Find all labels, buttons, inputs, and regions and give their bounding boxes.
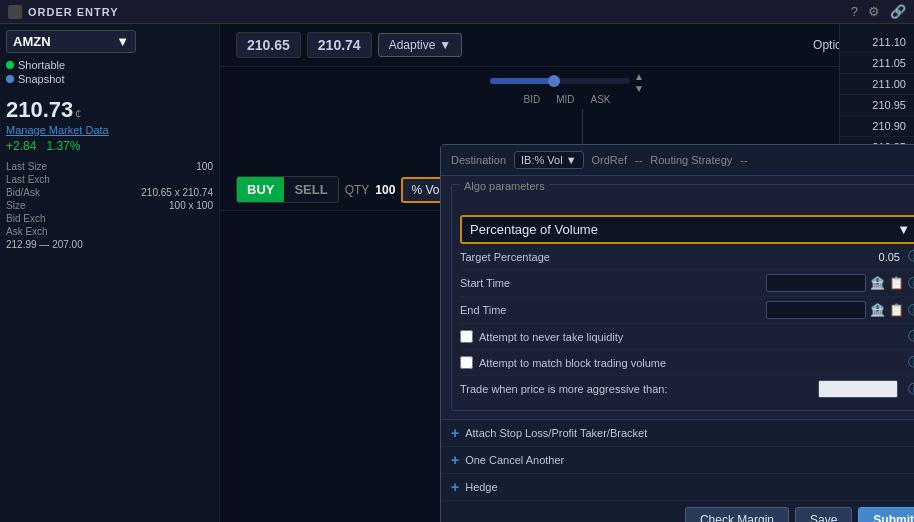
start-time-input[interactable] [766,274,866,292]
attach-plus-icon: + [451,425,459,441]
shortable-dot [6,61,14,69]
bid-exch-label: Bid Exch [6,213,45,224]
mid-label: MID [556,94,574,105]
ordref-label: OrdRef [592,154,627,166]
trade-price-input[interactable] [818,380,898,398]
start-time-icons: 🏦 📋 [870,276,904,290]
buy-button[interactable]: BUY [237,177,284,202]
end-time-help[interactable]: ⓘ [908,302,914,319]
price-range: 212.99 — 207.00 [6,239,83,250]
help-btn[interactable]: ? [851,4,858,19]
bid-ask-slider[interactable] [490,78,630,84]
last-size-value: 100 [196,161,213,172]
ask-label: ASK [591,94,611,105]
main-price: 210.73 [6,97,73,123]
ask-exch-row: Ask Exch [6,226,213,237]
data-rows: Last Size 100 Last Exch Bid/Ask 210.65 x… [6,161,213,250]
sell-button[interactable]: SELL [284,177,337,202]
dropdown-arrow: ▼ [116,34,129,49]
end-time-cal-icon[interactable]: 📋 [889,303,904,317]
target-pct-help[interactable]: ⓘ [908,248,914,265]
hedge-row[interactable]: + Hedge [441,474,914,501]
checkbox-block-help[interactable]: ⓘ [908,354,914,371]
bid-ask-row: Bid/Ask 210.65 x 210.74 [6,187,213,198]
start-time-label: Start Time [460,277,766,289]
adaptive-chevron: ▼ [439,38,451,52]
algo-section-title: Algo parameters [460,180,549,192]
price-display: 210.73 ₵ Manage Market Data +2.84 1.37% [6,97,213,153]
attach-stop-loss-row[interactable]: + Attach Stop Loss/Profit Taker/Bracket [441,420,914,447]
buy-sell-toggle: BUY SELL [236,176,339,203]
action-rows: + Attach Stop Loss/Profit Taker/Bracket … [441,419,914,501]
last-exch-label: Last Exch [6,174,50,185]
adaptive-label: Adaptive [389,38,436,52]
one-cancel-another-row[interactable]: + One Cancel Another [441,447,914,474]
oca-label: One Cancel Another [465,454,564,466]
slider-thumb [548,75,560,87]
end-time-label: End Time [460,304,766,316]
slider-up[interactable]: ▲ [634,71,644,82]
price-item-4: 210.90 [840,116,914,137]
save-button[interactable]: Save [795,507,852,522]
last-size-row: Last Size 100 [6,161,213,172]
trade-price-row: Trade when price is more aggressive than… [460,376,914,402]
title-bar-actions: ? ⚙ 🔗 [851,4,906,19]
algo-dropdown[interactable]: Percentage of Volume ▼ [460,215,914,244]
destination-arrow: ▼ [566,154,577,166]
price-change: +2.84 1.37% [6,139,213,153]
dialog-submit-button[interactable]: Submit [858,507,914,522]
manage-market-data-link[interactable]: Manage Market Data [6,124,109,136]
price-item-3: 210.95 [840,95,914,116]
hedge-plus-icon: + [451,479,459,495]
check-margin-button[interactable]: Check Margin [685,507,789,522]
start-time-help[interactable]: ⓘ [908,275,914,292]
change-value: +2.84 [6,139,36,153]
target-pct-value: 0.05 [879,251,900,263]
bid-exch-row: Bid Exch [6,213,213,224]
size-label: Size [6,200,25,211]
snapshot-dot [6,75,14,83]
bid-ask-slider-bar: ▲ ▼ BID MID ASK [220,67,914,109]
price-item-0: 211.10 [840,32,914,53]
stock-selector[interactable]: AMZN ▼ [6,30,136,53]
change-pct: 1.37% [46,139,80,153]
ordref-value: -- [635,154,642,166]
start-time-cal-icon[interactable]: 📋 [889,276,904,290]
oca-plus-icon: + [451,452,459,468]
status-row: Shortable Snapshot [6,59,213,85]
size-row: Size 100 x 100 [6,200,213,211]
start-time-clock-icon[interactable]: 🏦 [870,276,885,290]
destination-value: IB:% Vol [521,154,563,166]
left-panel: AMZN ▼ Shortable Snapshot 210.73 ₵ Manag… [0,24,220,522]
price-range-row: 212.99 — 207.00 [6,239,213,250]
checkbox-liquidity-label: Attempt to never take liquidity [479,331,898,343]
stock-symbol: AMZN [13,34,51,49]
checkbox-liquidity-help[interactable]: ⓘ [908,328,914,345]
settings-btn[interactable]: ⚙ [868,4,880,19]
snapshot-status: Snapshot [6,73,213,85]
app-icon [8,5,22,19]
end-time-clock-icon[interactable]: 🏦 [870,303,885,317]
shortable-status: Shortable [6,59,213,71]
shortable-label: Shortable [18,59,65,71]
algo-section: Algo parameters Percentage of Volume ▼ T… [451,184,914,411]
link-btn[interactable]: 🔗 [890,4,906,19]
slider-down[interactable]: ▼ [634,83,644,94]
adaptive-button[interactable]: Adaptive ▼ [378,33,463,57]
routing-strategy-value: -- [740,154,747,166]
snapshot-label: Snapshot [18,73,64,85]
top-price-bar: 210.65 210.74 Adaptive ▼ Option Chain ▼ [220,24,914,67]
checkbox-liquidity-row: Attempt to never take liquidity ⓘ [460,324,914,350]
checkbox-block[interactable] [460,356,473,369]
start-time-row: Start Time 🏦 📋 ⓘ [460,270,914,297]
end-time-icons: 🏦 📋 [870,303,904,317]
trade-price-help[interactable]: ⓘ [908,381,914,398]
destination-label: Destination [451,154,506,166]
price-sub: ₵ [75,108,81,119]
end-time-input[interactable] [766,301,866,319]
destination-dropdown[interactable]: IB:% Vol ▼ [514,151,583,169]
routing-strategy-label: Routing Strategy [650,154,732,166]
last-exch-row: Last Exch [6,174,213,185]
checkbox-liquidity[interactable] [460,330,473,343]
dialog-top-bar: Destination IB:% Vol ▼ OrdRef -- Routing… [441,145,914,176]
